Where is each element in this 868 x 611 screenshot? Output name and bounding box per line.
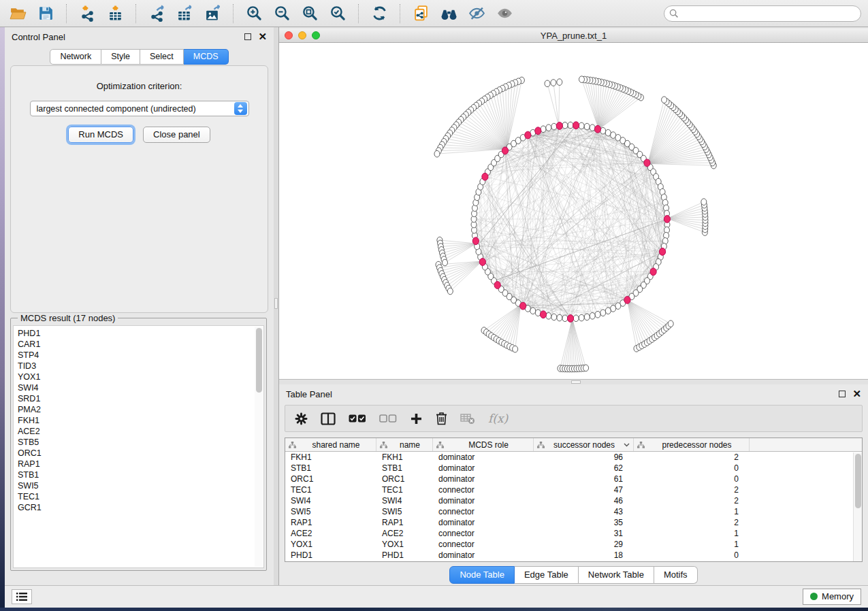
network-node[interactable] [595, 311, 600, 318]
network-node[interactable] [546, 313, 551, 320]
select-all-checkboxes-icon[interactable] [349, 414, 366, 423]
network-mcds-node[interactable] [482, 173, 488, 180]
network-node[interactable] [590, 313, 595, 320]
network-node[interactable] [584, 314, 590, 320]
network-mcds-node[interactable] [535, 127, 541, 135]
network-mcds-node[interactable] [556, 122, 562, 130]
refresh-icon[interactable] [368, 3, 390, 24]
tab-network-table[interactable]: Network Table [579, 566, 654, 584]
save-icon[interactable] [35, 3, 57, 24]
mcds-result-item[interactable]: TID3 [18, 361, 263, 371]
zoom-out-icon[interactable] [271, 3, 293, 24]
table-row[interactable]: STB1STB1dominator620 [285, 463, 862, 474]
network-mcds-node[interactable] [664, 216, 670, 223]
network-mcds-node[interactable] [650, 268, 656, 276]
network-node[interactable] [545, 80, 550, 87]
table-row[interactable]: RAP1RAP1dominator352 [285, 517, 862, 528]
memory-button[interactable]: Memory [803, 589, 861, 605]
zoom-fit-icon[interactable] [299, 3, 321, 24]
network-canvas[interactable] [279, 43, 868, 380]
close-panel-icon[interactable]: ✕ [258, 33, 267, 40]
table-row[interactable]: ORC1ORC1dominator610 [285, 474, 862, 484]
import-table-icon[interactable] [104, 3, 126, 24]
network-node[interactable] [605, 308, 611, 314]
tab-node-table[interactable]: Node Table [449, 566, 515, 584]
network-node[interactable] [600, 310, 606, 316]
network-node[interactable] [701, 199, 707, 205]
tab-select[interactable]: Select [140, 49, 184, 65]
column-header-successor-nodes[interactable]: successor nodes [534, 438, 634, 451]
deselect-checkboxes-icon[interactable] [379, 414, 397, 423]
network-mcds-node[interactable] [472, 237, 479, 245]
column-header-MCDS-role[interactable]: MCDS role [433, 438, 534, 451]
network-mcds-node[interactable] [479, 259, 485, 266]
mcds-result-item[interactable]: PHD1 [18, 328, 263, 339]
network-node[interactable] [605, 129, 611, 136]
zoom-selected-icon[interactable] [327, 3, 349, 24]
network-node[interactable] [584, 123, 590, 130]
close-panel-icon[interactable]: ✕ [852, 391, 861, 397]
table-row[interactable]: SWI5SWI5connector431 [285, 506, 862, 517]
mcds-result-item[interactable]: SWI5 [18, 480, 263, 491]
import-network-icon[interactable] [76, 3, 98, 24]
network-mcds-node[interactable] [494, 282, 500, 289]
binoculars-icon[interactable] [438, 3, 460, 24]
search-input[interactable] [664, 5, 861, 22]
table-row[interactable]: YOX1YOX1connector291 [285, 539, 862, 550]
network-node[interactable] [662, 97, 667, 103]
network-node[interactable] [573, 315, 579, 322]
split-columns-icon[interactable] [321, 412, 336, 425]
table-row[interactable]: PHD1PHD1dominator180 [285, 550, 862, 561]
mcds-result-item[interactable]: STB1 [18, 469, 263, 480]
table-row[interactable]: TEC1TEC1connector472 [285, 484, 862, 495]
column-header-shared-name[interactable]: shared name [285, 438, 376, 451]
tab-edge-table[interactable]: Edge Table [515, 566, 579, 584]
add-column-icon[interactable] [410, 412, 423, 425]
mcds-result-item[interactable]: YOX1 [18, 371, 263, 382]
network-node[interactable] [579, 76, 584, 83]
mcds-result-item[interactable]: CAR1 [18, 339, 263, 350]
tab-network[interactable]: Network [50, 49, 101, 65]
network-mcds-node[interactable] [540, 311, 546, 318]
tab-style[interactable]: Style [101, 49, 140, 65]
network-node[interactable] [434, 150, 440, 157]
criterion-dropdown[interactable]: largest connected component (undirected) [30, 101, 249, 116]
network-mcds-node[interactable] [573, 122, 579, 129]
mcds-result-item[interactable]: ACE2 [18, 426, 263, 437]
eye-icon[interactable] [494, 3, 515, 24]
result-list-scrollbar[interactable] [255, 327, 263, 567]
vertical-splitter[interactable] [274, 27, 279, 585]
network-node[interactable] [447, 288, 453, 295]
table-row[interactable]: SWI4SWI4dominator462 [285, 495, 862, 506]
network-node[interactable] [611, 306, 616, 312]
run-mcds-button[interactable]: Run MCDS [68, 127, 133, 143]
network-mcds-node[interactable] [624, 296, 630, 303]
network-mcds-node[interactable] [525, 131, 531, 139]
network-node[interactable] [590, 125, 595, 131]
delete-table-icon[interactable] [460, 413, 475, 425]
export-image-icon[interactable] [202, 3, 223, 24]
column-header-predecessor-nodes[interactable]: predecessor nodes [634, 438, 750, 451]
mcds-result-item[interactable]: STP4 [18, 350, 263, 361]
export-network-icon[interactable] [146, 3, 167, 24]
network-window-titlebar[interactable]: YPA_prune.txt_1 [279, 29, 868, 43]
network-mcds-node[interactable] [502, 147, 508, 154]
mcds-result-item[interactable]: SRD1 [18, 393, 263, 404]
table-scrollbar[interactable] [853, 452, 862, 561]
splitter-handle[interactable] [571, 380, 581, 384]
network-node[interactable] [579, 122, 584, 129]
table-row[interactable]: ACE2ACE2connector311 [285, 528, 862, 539]
tab-motifs[interactable]: Motifs [654, 566, 698, 584]
network-node[interactable] [562, 315, 568, 322]
network-node[interactable] [579, 314, 584, 321]
delete-column-icon[interactable] [436, 412, 447, 425]
mcds-result-item[interactable]: FKH1 [18, 415, 263, 426]
gear-icon[interactable] [295, 412, 308, 425]
network-node[interactable] [530, 308, 536, 314]
network-node[interactable] [583, 365, 589, 371]
export-table-icon[interactable] [174, 3, 195, 24]
tab-mcds[interactable]: MCDS [184, 49, 229, 65]
network-node[interactable] [546, 125, 551, 131]
hide-eye-icon[interactable] [466, 3, 487, 24]
share-document-icon[interactable] [410, 3, 432, 24]
